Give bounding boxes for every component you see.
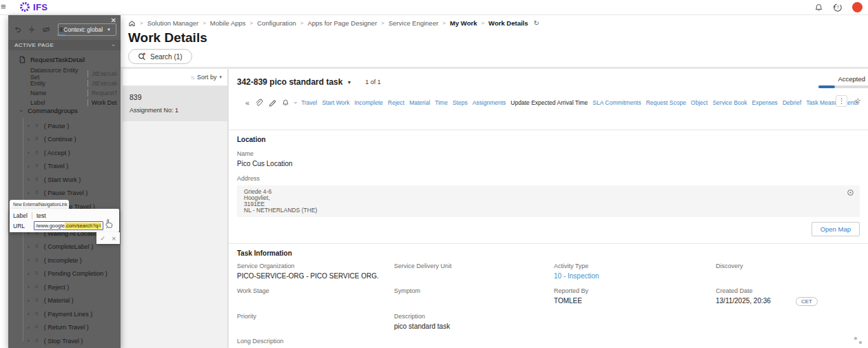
drag-handle-icon[interactable]: ⠿ xyxy=(35,271,39,276)
drag-handle-icon[interactable]: ⠿ xyxy=(35,258,39,263)
user-avatar[interactable] xyxy=(852,2,862,12)
notification-bell-icon[interactable] xyxy=(282,99,289,107)
sort-by-button[interactable]: ↑↓ Sort by ▾ xyxy=(123,69,227,86)
toolbar-link-request-scope[interactable]: Request Scope xyxy=(646,99,686,106)
toolbar-link-assignments[interactable]: Assignments xyxy=(473,99,506,106)
document-icon xyxy=(19,56,25,63)
toolbar-link-incomplete[interactable]: Incomplete xyxy=(354,99,383,106)
status-progress-toggle[interactable] xyxy=(818,85,868,88)
breadcrumb-item-current: Work Details xyxy=(488,19,528,27)
toolbar-link-object[interactable]: Object xyxy=(691,99,708,106)
page-title: Work Details xyxy=(128,30,868,45)
kebab-menu-icon[interactable]: ⋮ xyxy=(836,95,847,107)
title-dropdown-icon[interactable]: ▼ xyxy=(347,80,351,85)
activity-type-link[interactable]: 10 - Inspection xyxy=(554,272,716,280)
command-row-travel[interactable]: ›⠿( Travel ) xyxy=(8,160,121,174)
drag-handle-icon[interactable]: ⠿ xyxy=(35,244,39,249)
drag-handle-icon[interactable]: ⠿ xyxy=(35,150,39,156)
toolbar-link-debrief[interactable]: Debrief xyxy=(783,99,801,106)
drag-handle-icon[interactable]: ⠿ xyxy=(35,177,39,183)
toolbar-link-steps[interactable]: Steps xyxy=(453,99,468,106)
undo-icon[interactable] xyxy=(14,26,21,33)
property-row[interactable]: Datasource Entity Set JtExecutionIn... xyxy=(30,69,117,79)
collapse-left-icon[interactable]: « xyxy=(245,99,249,107)
toolbar-link-time[interactable]: Time xyxy=(435,99,448,106)
search-button[interactable]: Search (1) xyxy=(128,49,192,64)
command-row-reject[interactable]: ›⠿( Reject ) xyxy=(8,280,121,294)
label-field-value[interactable]: test xyxy=(32,212,46,219)
url-edit-icon[interactable] xyxy=(105,223,111,229)
breadcrumb-item[interactable]: Solution Manager xyxy=(147,19,198,27)
locate-target-icon[interactable] xyxy=(847,189,854,196)
chevron-down-icon: ▼ xyxy=(107,28,111,32)
drag-handle-icon[interactable]: ⠿ xyxy=(35,136,39,142)
field-long-description: Long Description pico standard task xyxy=(237,338,394,348)
breadcrumb-item[interactable]: Configuration xyxy=(257,19,296,27)
drag-handle-icon[interactable]: ⠿ xyxy=(35,285,39,290)
confirm-check-icon[interactable]: ✓ xyxy=(101,235,106,242)
refresh-icon[interactable]: ↻ xyxy=(533,19,539,27)
open-map-button[interactable]: Open Map xyxy=(812,222,860,236)
command-row-material[interactable]: ›⠿( Material ) xyxy=(8,294,121,308)
toolbar-link-update-expected-arrival-time[interactable]: Update Expected Arrival Time xyxy=(510,99,588,106)
toolbar-link-start-work[interactable]: Start Work xyxy=(322,99,349,106)
cancel-x-icon[interactable]: × xyxy=(112,234,116,243)
attachment-icon[interactable] xyxy=(254,99,263,108)
context-selector[interactable]: Context: global ▼ xyxy=(58,23,116,36)
drag-handle-icon[interactable]: ⠿ xyxy=(35,311,39,317)
bell-icon[interactable] xyxy=(814,3,823,12)
hamburger-menu-icon[interactable]: ≡ xyxy=(1,1,6,12)
tree-node-request-task-detail[interactable]: RequestTaskDetail xyxy=(19,56,85,63)
hide-eye-off-icon[interactable] xyxy=(42,26,50,33)
task-information-title: Task Information xyxy=(237,249,860,257)
task-toolbar: « › Travel Start Work Incomplete Reject … xyxy=(237,95,868,110)
home-icon[interactable] xyxy=(128,19,136,27)
toolbar-link-travel[interactable]: Travel xyxy=(301,99,317,106)
toolbar-link-service-book[interactable]: Service Book xyxy=(712,99,747,106)
command-row-return-travel[interactable]: ›⠿( Return Travel ) xyxy=(8,321,121,335)
breadcrumb-item[interactable]: Service Engineer xyxy=(389,19,438,27)
drag-handle-icon[interactable]: ⠿ xyxy=(35,163,39,169)
context-label: Context: global xyxy=(63,26,103,33)
breadcrumb-item-my-work[interactable]: My Work xyxy=(450,19,477,27)
location-section: Location Name Pico Cus Location Address … xyxy=(229,130,868,236)
favorite-star-icon[interactable]: ☆ xyxy=(854,96,861,105)
edit-pencil-icon[interactable] xyxy=(268,99,277,108)
breadcrumb-separator: > xyxy=(140,20,143,26)
url-field-label: URL xyxy=(13,223,32,229)
command-row-accept[interactable]: ›⠿( Accept ) xyxy=(8,146,121,160)
url-input[interactable]: /www.google.com/search?q= xyxy=(34,221,103,230)
property-row[interactable]: Name RequestTask... xyxy=(30,88,117,98)
task-information-grid: Service Organization PICO-SERVICE-ORG - … xyxy=(237,263,860,348)
drag-handle-icon[interactable]: ⠿ xyxy=(35,190,39,196)
command-row-incomplete[interactable]: ›⠿( Incomplete ) xyxy=(8,254,121,267)
field-service-delivery-unit: Service Delivery Unit xyxy=(394,263,554,280)
list-item-selected[interactable]: 839 Assignment No: 1 xyxy=(123,86,227,121)
list-item-title: 839 xyxy=(130,93,220,101)
drag-handle-icon[interactable]: ⠿ xyxy=(35,298,39,303)
drag-handle-icon[interactable]: ⠿ xyxy=(35,325,39,330)
toolbar-link-expenses[interactable]: Expenses xyxy=(752,99,778,106)
history-help-icon[interactable]: ? xyxy=(833,3,843,12)
breadcrumb-item[interactable]: Mobile Apps xyxy=(210,19,246,27)
active-page-section-header[interactable]: ACTIVE PAGE › xyxy=(8,40,121,50)
breadcrumb-item[interactable]: Apps for Page Designer xyxy=(307,19,377,27)
command-row-pause-travel[interactable]: ›⠿( Pause Travel ) xyxy=(8,187,121,201)
command-row-continue[interactable]: ›⠿( Continue ) xyxy=(8,133,121,147)
toolbar-link-reject[interactable]: Reject xyxy=(388,99,404,106)
command-row-pending-completion[interactable]: ›⠿( Pending Completion ) xyxy=(8,267,121,281)
command-row-start-work[interactable]: ›⠿( Start Work ) xyxy=(8,173,121,187)
toolbar-link-sla-commitments[interactable]: SLA Commitments xyxy=(592,99,641,106)
label-field-label: Label xyxy=(13,212,32,219)
toolbar-link-material[interactable]: Material xyxy=(409,99,430,106)
property-row[interactable]: Entity JtExecutionIn... xyxy=(30,79,117,88)
drag-handle-icon[interactable]: ⠿ xyxy=(35,123,39,129)
command-row-stop-travel[interactable]: ›⠿( Stop Travel ) xyxy=(8,334,121,348)
settings-gear-icon[interactable] xyxy=(28,26,35,33)
drag-handle-icon[interactable]: ⠿ xyxy=(35,338,39,344)
tree-group-commandgroups[interactable]: › Commandgroups xyxy=(20,107,78,114)
command-row-payment-lines[interactable]: ›⠿( Payment Lines ) xyxy=(8,307,121,321)
command-row-pause[interactable]: ›⠿( Pause ) xyxy=(8,119,121,133)
chevron-down-icon[interactable]: › xyxy=(292,102,299,104)
property-row[interactable]: Label Work Details xyxy=(30,98,117,108)
